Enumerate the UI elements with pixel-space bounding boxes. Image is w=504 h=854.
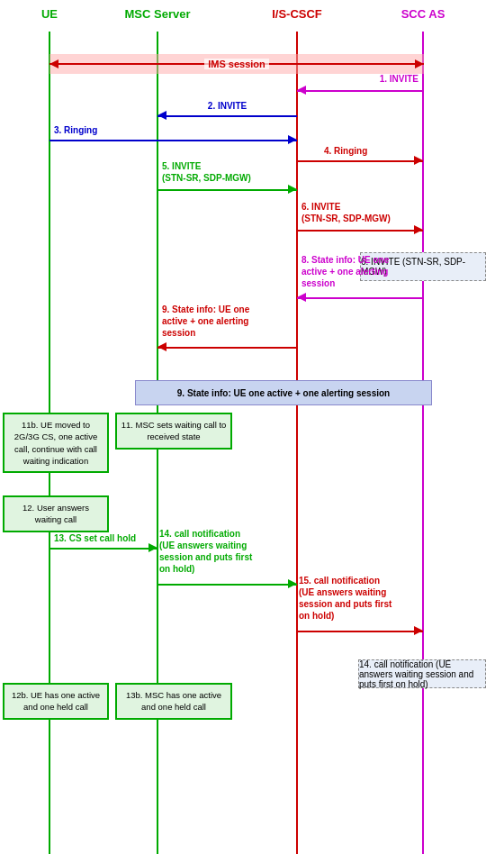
msg9-line	[158, 347, 297, 349]
actor-ue: UE	[41, 7, 58, 21]
msg15-line	[297, 631, 423, 632]
msg13b-box: 13b. MSC has one active and one held cal…	[115, 683, 232, 720]
msg4-arrowhead	[414, 156, 423, 165]
msg15-arrowhead	[414, 626, 423, 635]
lifeline-iscscf	[296, 32, 298, 854]
msg6-line	[297, 230, 423, 232]
msg12b-box: 12b. UE has one active and one held call	[3, 683, 109, 720]
actor-msc: MSC Server	[125, 7, 191, 21]
msg4-line	[297, 160, 423, 162]
msg6-label: 6. INVITE(STN-SR, SDP-MGW)	[302, 201, 391, 224]
msg8-label: 8. State info: UE oneactive + one alerti…	[302, 254, 389, 289]
msg13-label: 13. CS set call hold	[54, 533, 136, 543]
msg11b-box: 11b. UE moved to 2G/3G CS, one active ca…	[3, 413, 109, 473]
msg2-arrowhead	[158, 111, 166, 120]
msg1-line	[297, 90, 423, 92]
msg5-label: 5. INVITE(STN-SR, SDP-MGW)	[162, 160, 251, 184]
ims-session: IMS session	[50, 54, 424, 74]
msg14-line	[158, 584, 297, 586]
msg13-arrowhead	[148, 543, 158, 552]
ims-label: IMS session	[204, 59, 269, 69]
msg14-label: 14. call notification(UE answers waiting…	[159, 528, 252, 575]
msg1-arrowhead	[297, 86, 306, 95]
msg3-arrowhead	[288, 135, 297, 144]
msg2-label: 2. INVITE	[208, 101, 247, 111]
actor-iscscf: I/S-CSCF	[272, 7, 322, 21]
msg10-box: 9. State info: UE one active + one alert…	[135, 380, 432, 405]
lifeline-sccas	[422, 32, 424, 854]
msg3-label: 3. Ringing	[54, 125, 97, 135]
msg14-arrowhead	[288, 579, 297, 588]
msg9-label: 9. State info: UE oneactive + one alerti…	[162, 304, 249, 339]
msg15-label: 15. call notification(UE answers waiting…	[299, 575, 392, 622]
actor-sccas: SCC AS	[401, 7, 446, 21]
msg4-label: 4. Ringing	[324, 146, 367, 156]
msg5-line	[158, 189, 297, 191]
msg13-line	[50, 548, 158, 550]
msg3-line	[50, 140, 297, 141]
sequence-diagram: UE MSC Server I/S-CSCF SCC AS IMS sessio…	[0, 0, 504, 854]
msg12-box: 12. User answers waiting call	[3, 495, 109, 532]
ims-arrowhead-right	[415, 59, 424, 68]
msg6-arrowhead	[414, 225, 423, 234]
msg9-arrowhead	[158, 342, 166, 351]
msg5-arrowhead	[288, 185, 297, 194]
msg1-label: 1. INVITE	[380, 74, 418, 84]
msg16-box: 14. call notification (UE answers waitin…	[358, 659, 486, 688]
msg11-box: 11. MSC sets waiting call to received st…	[115, 413, 232, 450]
msg8-line	[297, 297, 423, 299]
msg8-arrowhead	[297, 293, 306, 302]
msg2-line	[158, 115, 297, 117]
